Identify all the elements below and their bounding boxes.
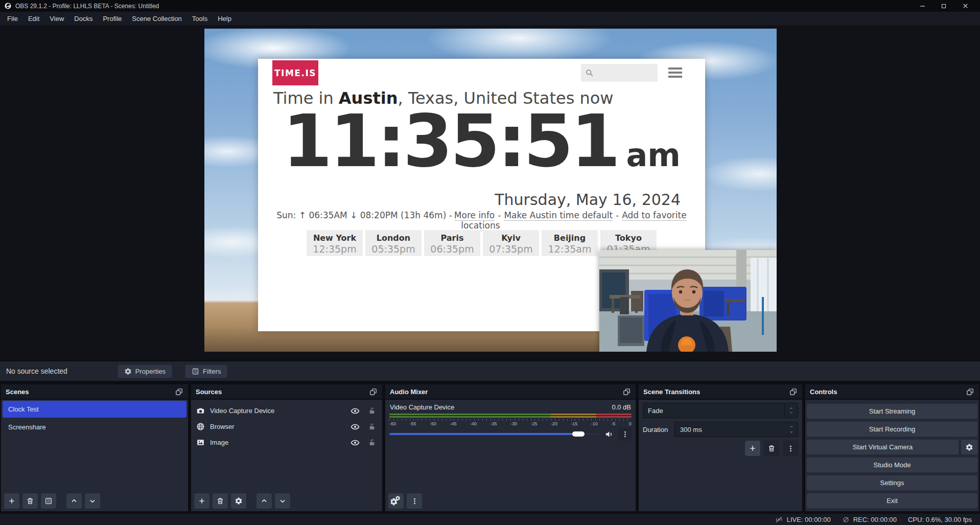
mixer-options-button[interactable] [618,427,632,441]
duration-spinbox[interactable]: 300 ms [674,422,798,437]
globe-icon [196,422,205,431]
source-row-image[interactable]: Image [191,435,382,450]
remove-scene-button[interactable] [22,493,38,509]
close-icon [962,2,969,10]
scene-item-screenshare[interactable]: Screenshare [3,419,186,436]
stream-inactive-icon [775,515,783,524]
lock-icon[interactable] [368,439,376,447]
scene-item-clock-test[interactable]: Clock Test [3,401,186,418]
start-streaming-button[interactable]: Start Streaming [806,403,978,419]
mixer-db-value: 0.0 dB [612,403,631,411]
popout-icon[interactable] [622,387,631,396]
transitions-title: Scene Transitions [643,388,700,396]
popout-icon[interactable] [369,387,378,396]
properties-button[interactable]: Properties [118,364,172,378]
add-transition-button[interactable] [745,441,760,456]
chevron-up-icon [788,406,794,410]
move-source-down-button[interactable] [275,493,290,509]
sources-panel-header[interactable]: Sources [191,384,382,400]
audio-mixer-title: Audio Mixer [390,388,428,396]
popout-icon[interactable] [966,387,974,396]
spin-down-icon[interactable] [788,430,795,434]
plus-icon [198,497,206,505]
menu-file[interactable]: File [2,13,23,25]
city-box: New York12:35pm [307,230,363,256]
advanced-audio-button[interactable] [388,493,404,509]
remove-transition-button[interactable] [764,441,779,456]
maximize-icon [940,3,947,10]
start-recording-button[interactable]: Start Recording [806,421,978,437]
mixer-channel-name: Video Capture Device [390,403,454,411]
cpu-fps-stats: CPU: 0.6%, 30.00 fps [908,516,972,523]
visibility-eye-icon[interactable] [351,422,360,431]
menu-edit[interactable]: Edit [23,13,44,25]
volume-slider[interactable] [389,429,599,439]
plus-icon [749,444,757,452]
maximize-button[interactable] [933,0,954,12]
spin-up-icon[interactable] [788,425,795,429]
timeis-date: Thursday, May 16, 2024 [495,191,681,209]
remove-source-button[interactable] [213,493,228,509]
start-virtual-camera-button[interactable]: Start Virtual Camera [806,439,959,455]
controls-title: Controls [810,388,837,396]
settings-button[interactable]: Settings [806,475,978,491]
scene-transitions-panel: Scene Transitions Fade Duration 300 ms [639,384,802,511]
add-scene-button[interactable] [4,493,19,509]
studio-mode-button[interactable]: Studio Mode [806,457,978,473]
audio-menu-button[interactable] [407,493,422,509]
city-box: Paris06:35pm [424,230,480,256]
move-scene-up-button[interactable] [66,493,82,509]
menu-docks[interactable]: Docks [69,13,98,25]
menu-profile[interactable]: Profile [98,13,127,25]
title-bar: OBS 29.1.2 - Profile: LLHLS BETA - Scene… [0,0,980,12]
transitions-header[interactable]: Scene Transitions [639,384,802,400]
popout-icon[interactable] [175,387,183,396]
move-source-up-button[interactable] [256,493,272,509]
transition-value: Fade [643,407,784,415]
sources-title: Sources [196,388,222,396]
transition-select[interactable]: Fade [643,403,798,418]
source-properties-button[interactable] [231,493,246,509]
menu-view[interactable]: View [44,13,69,25]
filters-button[interactable]: Filters [185,364,227,378]
city-box: Beijing12:35am [542,230,598,256]
chevron-up-icon [260,497,268,505]
menu-tools[interactable]: Tools [187,13,213,25]
dock-area: Scenes Clock Test Screenshare Sources [0,384,980,511]
add-source-button[interactable] [194,493,209,509]
timeis-logo: TIME.IS [272,60,318,85]
menu-help[interactable]: Help [213,13,237,25]
source-row-browser[interactable]: Browser [191,419,382,435]
filters-icon [192,368,199,375]
menu-scene-collection[interactable]: Scene Collection [127,13,187,25]
hamburger-menu-icon [668,67,682,78]
sun-times: Sun: ↑ 06:35AM ↓ 08:20PM (13h 46m) - [276,210,452,220]
scenes-panel-header[interactable]: Scenes [1,384,188,400]
duration-label: Duration [643,426,674,433]
transition-properties-button[interactable] [783,441,798,456]
popout-icon[interactable] [789,387,798,396]
visibility-eye-icon[interactable] [351,438,360,447]
move-scene-down-button[interactable] [85,493,100,509]
speaker-mute-button[interactable] [604,429,614,439]
program-canvas[interactable]: TIME.IS Time in Austin, Texas, United St… [204,29,777,352]
controls-header[interactable]: Controls [805,384,979,400]
menu-bar: File Edit View Docks Profile Scene Colle… [0,12,980,25]
scene-filters-button[interactable] [41,493,56,509]
exit-button[interactable]: Exit [806,493,978,509]
controls-panel: Controls Start Streaming Start Recording… [805,384,979,511]
audio-mixer-header[interactable]: Audio Mixer [385,384,636,400]
close-button[interactable] [954,0,976,12]
select-arrows[interactable] [784,403,798,418]
sources-panel: Sources Video Capture Device Browser [191,384,382,511]
lock-icon[interactable] [368,423,376,431]
lock-icon[interactable] [368,407,376,415]
visibility-eye-icon[interactable] [351,406,360,416]
volume-slider-handle[interactable] [572,431,585,437]
virtual-camera-config-button[interactable] [961,439,978,455]
status-bar: LIVE: 00:00:00 REC: 00:00:00 CPU: 0.6%, … [0,514,980,525]
city-box: Kyiv07:35pm [483,230,539,256]
minimize-button[interactable] [912,0,933,12]
source-row-video-capture[interactable]: Video Capture Device [191,403,382,419]
clock-digits: 11:35:51 [283,100,618,183]
